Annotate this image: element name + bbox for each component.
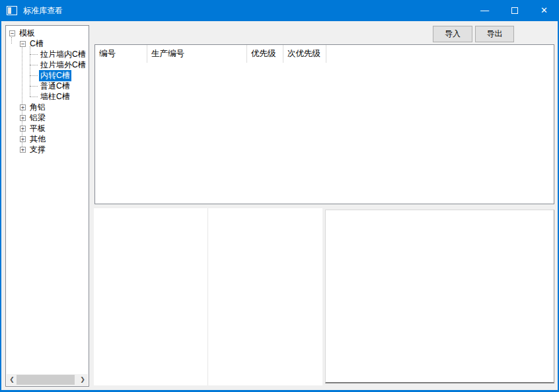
tree-item-label[interactable]: 拉片墙内C槽: [39, 49, 87, 60]
tree-item[interactable]: + 支撑: [7, 144, 88, 155]
tree-item-label[interactable]: 平板: [28, 123, 47, 134]
template-tree-panel: − 模板 − C槽 拉片墙内C槽 拉片墙外C槽 内转C槽 普通C槽 墙柱C槽 +…: [5, 25, 89, 387]
tree-item[interactable]: − C槽: [7, 38, 88, 49]
tree-connector-stub: [30, 75, 38, 76]
table-column-header[interactable]: 次优先级: [283, 45, 326, 63]
table-column-header[interactable]: 编号: [95, 45, 147, 63]
app-icon-pane: [8, 7, 11, 14]
tree-item[interactable]: + 平板: [7, 123, 88, 134]
content-area: − 模板 − C槽 拉片墙内C槽 拉片墙外C槽 内转C槽 普通C槽 墙柱C槽 +…: [1, 21, 558, 390]
tree-expander-icon[interactable]: +: [20, 104, 26, 110]
tree-connector-stub: [30, 97, 38, 97]
tree-item-label[interactable]: 拉片墙外C槽: [39, 59, 87, 71]
tree-item-label[interactable]: 内转C槽: [39, 70, 71, 81]
preview-panel-3: [325, 210, 554, 383]
tree-item-label[interactable]: C槽: [28, 38, 45, 50]
tree-item[interactable]: 内转C槽: [7, 70, 88, 81]
tree-expander-icon[interactable]: +: [20, 147, 26, 153]
preview-panel-2: [208, 208, 322, 385]
app-window: 标准库查看 — ✕ − 模板 − C槽 拉片墙内C槽 拉片墙外C槽 内转C槽 普…: [0, 0, 559, 392]
tree-item-label[interactable]: 角铝: [28, 102, 47, 113]
tree-item-label[interactable]: 其他: [28, 134, 47, 145]
tree-expander-icon[interactable]: −: [20, 41, 26, 47]
tree-item[interactable]: + 角铝: [7, 102, 88, 112]
table-body[interactable]: [95, 63, 554, 204]
parts-table: 编号生产编号优先级次优先级: [94, 44, 554, 204]
tree-item-label[interactable]: 普通C槽: [39, 81, 71, 92]
table-column-header[interactable]: 生产编号: [147, 45, 247, 63]
import-button[interactable]: 导入: [433, 26, 472, 42]
minimize-button[interactable]: —: [470, 0, 500, 21]
export-button[interactable]: 导出: [475, 26, 514, 42]
tree-item[interactable]: 墙柱C槽: [7, 91, 88, 102]
table-header-filler: [326, 45, 554, 63]
tree-item-label[interactable]: 支撑: [28, 144, 47, 155]
tree-item[interactable]: + 其他: [7, 134, 88, 144]
tree-expander-icon[interactable]: +: [20, 115, 26, 121]
tree-connector-stub: [30, 54, 38, 55]
titlebar[interactable]: 标准库查看 — ✕: [0, 0, 559, 21]
tree-expander-icon[interactable]: +: [20, 126, 26, 132]
tree-horizontal-scrollbar[interactable]: ❮ ❯: [7, 374, 88, 385]
scroll-right-button[interactable]: ❯: [77, 374, 88, 385]
preview-panel-1: [94, 208, 207, 385]
tree-connector-stub: [30, 86, 38, 87]
close-button[interactable]: ✕: [529, 0, 559, 21]
tree-item-label[interactable]: 模板: [18, 28, 36, 39]
scroll-left-button[interactable]: ❮: [7, 374, 17, 385]
maximize-button[interactable]: [500, 0, 529, 21]
window-controls: — ✕: [470, 0, 559, 21]
tree-item-label[interactable]: 铝梁: [28, 112, 47, 124]
maximize-icon: [511, 7, 518, 14]
tree-item[interactable]: 普通C槽: [7, 81, 88, 91]
tree-item-label[interactable]: 墙柱C槽: [39, 91, 71, 102]
tree-item[interactable]: − 模板: [7, 28, 88, 38]
tree-item[interactable]: 拉片墙外C槽: [7, 59, 88, 70]
tree-expander-icon[interactable]: +: [20, 136, 26, 142]
tree-connector-stub: [30, 65, 38, 65]
tree-item[interactable]: + 铝梁: [7, 112, 88, 123]
app-icon: [7, 6, 17, 15]
tree-expander-icon[interactable]: −: [9, 30, 15, 36]
table-header: 编号生产编号优先级次优先级: [95, 45, 554, 63]
tree: − 模板 − C槽 拉片墙内C槽 拉片墙外C槽 内转C槽 普通C槽 墙柱C槽 +…: [7, 28, 88, 155]
table-column-header[interactable]: 优先级: [247, 45, 283, 63]
scrollbar-thumb[interactable]: [17, 375, 75, 385]
window-title: 标准库查看: [23, 5, 63, 17]
tree-item[interactable]: 拉片墙内C槽: [7, 49, 88, 59]
